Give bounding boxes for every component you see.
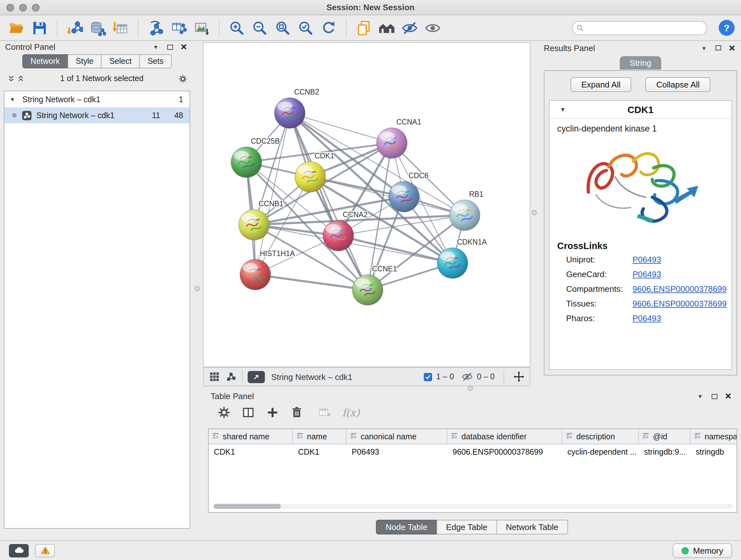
- table-row[interactable]: CDK1CDK1P064939606.ENSP00000378699cyclin…: [209, 444, 737, 459]
- network-collection-row[interactable]: ▾ String Network – cdk1 1: [4, 91, 190, 107]
- zoom-out-button[interactable]: [250, 17, 270, 38]
- tab-network[interactable]: Network: [22, 54, 68, 68]
- column-header--id[interactable]: @id: [639, 429, 690, 444]
- refresh-view-button[interactable]: [319, 17, 339, 38]
- network-node[interactable]: HIST1H1A: [240, 249, 295, 290]
- column-header-name[interactable]: name: [293, 429, 347, 444]
- network-canvas[interactable]: CCNB2CCNA1CDC25BCDK1CDC6RB1CCNB1CCNA2CDK…: [203, 42, 530, 367]
- new-network-button[interactable]: [145, 17, 166, 38]
- tab-select[interactable]: Select: [101, 54, 140, 68]
- delete-column-icon[interactable]: [290, 406, 304, 420]
- tab-network-table[interactable]: Network Table: [496, 520, 568, 535]
- zoom-fit-button[interactable]: [273, 17, 293, 38]
- crosslink-link[interactable]: P06493: [632, 269, 661, 279]
- horizontal-scrollbar[interactable]: [212, 504, 733, 509]
- expand-all-icon[interactable]: [16, 74, 25, 83]
- close-window-button[interactable]: [6, 4, 14, 11]
- collapse-all-button[interactable]: Collapse All: [646, 77, 711, 92]
- table-options-gear-icon[interactable]: [217, 406, 231, 420]
- node-label: CDC6: [408, 172, 428, 180]
- first-neighbors-button[interactable]: [377, 17, 397, 38]
- network-edge[interactable]: [290, 113, 367, 290]
- network-node[interactable]: CDK1: [295, 152, 334, 192]
- tab-sets[interactable]: Sets: [139, 54, 172, 68]
- gene-section-header[interactable]: ▾ CDK1: [549, 101, 731, 119]
- table-cell[interactable]: cyclin-dependent ...: [562, 444, 639, 459]
- column-header-canonical-name[interactable]: canonical name: [347, 429, 448, 444]
- open-session-button[interactable]: [6, 17, 27, 38]
- expand-all-button[interactable]: Expand All: [570, 77, 631, 92]
- minimize-window-button[interactable]: [19, 4, 27, 11]
- float-panel-icon[interactable]: [709, 392, 719, 401]
- network-node[interactable]: CCNB2: [274, 88, 319, 128]
- table-cell[interactable]: CDK1: [209, 444, 293, 459]
- tab-style[interactable]: Style: [67, 54, 102, 68]
- crosslink-link[interactable]: P06493: [632, 314, 661, 323]
- panel-menu-icon[interactable]: ▾: [699, 44, 709, 52]
- network-row[interactable]: String Network – cdk1 11 48: [4, 107, 190, 123]
- tab-node-table[interactable]: Node Table: [376, 520, 437, 535]
- close-panel-icon[interactable]: ✕: [727, 44, 737, 52]
- float-panel-icon[interactable]: [713, 44, 723, 52]
- table-cell[interactable]: stringdb: [690, 444, 737, 459]
- import-network-database-button[interactable]: [87, 17, 108, 38]
- grid-view-icon[interactable]: [209, 371, 220, 382]
- disclosure-triangle-icon[interactable]: ▾: [561, 105, 564, 114]
- panel-menu-icon[interactable]: ▾: [151, 43, 161, 51]
- float-panel-icon[interactable]: [165, 43, 175, 51]
- crosslink-link[interactable]: P06493: [632, 255, 661, 264]
- table-cell[interactable]: stringdb:9...: [639, 444, 690, 459]
- import-network-button[interactable]: [64, 17, 85, 38]
- network-node[interactable]: CDC25B: [231, 137, 280, 178]
- tab-edge-table[interactable]: Edge Table: [436, 520, 497, 535]
- show-hidden-button[interactable]: [422, 17, 443, 38]
- crosslink-link[interactable]: 9606.ENSP00000378699: [632, 284, 727, 294]
- network-node[interactable]: RB1: [449, 190, 483, 231]
- zoom-selected-button[interactable]: [295, 17, 316, 38]
- string-results-tab[interactable]: String: [619, 56, 662, 70]
- column-header-namespace[interactable]: namespace: [690, 429, 737, 444]
- table-cell[interactable]: 9606.ENSP00000378699: [448, 444, 562, 459]
- external-link-button[interactable]: [248, 371, 265, 383]
- copy-document-button[interactable]: [354, 17, 374, 38]
- scrollbar-thumb[interactable]: [214, 504, 281, 509]
- add-column-icon[interactable]: [266, 406, 280, 420]
- close-panel-icon[interactable]: ✕: [723, 392, 733, 401]
- export-image-button[interactable]: [192, 17, 212, 38]
- network-overview-icon[interactable]: [225, 371, 237, 382]
- panel-menu-icon[interactable]: ▾: [695, 392, 705, 401]
- zoom-window-button[interactable]: [32, 4, 40, 11]
- table-cell[interactable]: P06493: [347, 444, 448, 459]
- zoom-in-button[interactable]: [226, 17, 247, 38]
- network-edge[interactable]: [255, 274, 367, 290]
- splitter-handle[interactable]: [532, 210, 537, 215]
- disclosure-triangle-icon[interactable]: ▾: [11, 96, 14, 103]
- selected-checkbox-icon[interactable]: [424, 373, 432, 381]
- network-node[interactable]: CDC6: [389, 172, 428, 212]
- network-from-table-button[interactable]: [169, 17, 189, 38]
- show-columns-icon[interactable]: [241, 406, 255, 420]
- column-header-shared-name[interactable]: shared name: [209, 429, 293, 444]
- cloud-status-button[interactable]: [9, 544, 29, 557]
- crosslink-link[interactable]: 9606.ENSP00000378699: [632, 299, 727, 308]
- import-table-button[interactable]: [111, 17, 131, 38]
- search-input[interactable]: [572, 21, 707, 35]
- collapse-all-icon[interactable]: [6, 74, 16, 83]
- network-node[interactable]: CCNA1: [377, 118, 421, 159]
- column-header-description[interactable]: description: [562, 429, 639, 444]
- pan-crosshair-icon[interactable]: [513, 371, 525, 382]
- help-button[interactable]: ?: [719, 20, 735, 36]
- column-header-database-identifier[interactable]: database identifier: [448, 429, 562, 444]
- network-node[interactable]: CDKN1A: [437, 238, 487, 278]
- save-session-button[interactable]: [29, 17, 50, 38]
- table-cell[interactable]: CDK1: [293, 444, 347, 459]
- task-warning-button[interactable]: [35, 544, 55, 557]
- hide-selected-button[interactable]: [400, 17, 420, 38]
- function-builder-button[interactable]: f(x): [342, 407, 360, 419]
- hidden-eye-icon[interactable]: [461, 371, 473, 382]
- close-panel-icon[interactable]: ✕: [179, 43, 189, 51]
- splitter-handle[interactable]: [468, 386, 473, 391]
- memory-button[interactable]: Memory: [673, 543, 732, 558]
- network-options-gear-icon[interactable]: [178, 74, 188, 83]
- splitter-handle[interactable]: [195, 286, 200, 291]
